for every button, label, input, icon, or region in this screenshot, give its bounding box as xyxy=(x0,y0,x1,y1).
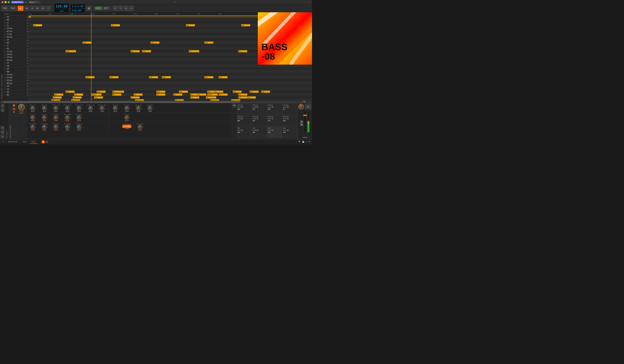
track-row-cb[interactable] xyxy=(29,70,312,73)
maximize-button[interactable] xyxy=(8,1,10,3)
track-row-sd[interactable]: C1C1C#1C1C#1C1C1C#1C1 xyxy=(29,96,312,99)
quantize-up[interactable]: ⊞ xyxy=(86,6,92,11)
note-block[interactable]: C1 xyxy=(231,99,240,101)
note-block[interactable]: E2 xyxy=(189,50,198,52)
mc-tuning-knob[interactable] xyxy=(65,115,70,120)
note-block[interactable]: D1 xyxy=(197,93,206,96)
note-block[interactable]: D#1 xyxy=(261,91,270,93)
sd-acc-s[interactable]: S xyxy=(254,118,256,119)
cb-acc-s[interactable]: S xyxy=(270,106,271,108)
note-block[interactable]: C#1 xyxy=(209,93,218,96)
grid-quantize[interactable]: 1/16 xyxy=(301,100,307,103)
cy-tone-knob[interactable] xyxy=(125,115,129,120)
ch-s[interactable]: S xyxy=(270,129,271,131)
close-button[interactable] xyxy=(1,1,4,3)
cy-long-button[interactable]: CY Long xyxy=(122,125,131,128)
note-block[interactable]: D3 xyxy=(33,24,42,26)
instrument-icon[interactable]: 🎵 xyxy=(1,104,4,108)
track-row-ma[interactable]: G#1G#1G#1G#1G#1G#1 xyxy=(29,76,312,79)
ma-acc-play[interactable]: ▶ xyxy=(237,106,239,108)
ch-level-knob[interactable] xyxy=(148,106,152,111)
note-block[interactable]: D3 xyxy=(186,24,195,26)
arrange-tab[interactable]: ARRANGE xyxy=(6,140,19,144)
note-block[interactable]: G#1 xyxy=(85,76,95,78)
note-block[interactable]: C1 xyxy=(73,96,82,98)
oh-level-knob[interactable] xyxy=(136,106,141,111)
ch-play[interactable]: ▶ xyxy=(268,129,269,131)
track-cursor-icon[interactable]: ↖ xyxy=(9,13,10,15)
bd-acc-m[interactable]: M xyxy=(241,118,243,119)
ht-tuning-knob[interactable] xyxy=(77,125,81,129)
overdub-button[interactable]: ⊕ xyxy=(40,6,45,11)
fader-handle[interactable] xyxy=(303,114,307,116)
scroll-left-icon[interactable]: ◀ xyxy=(1,101,2,103)
edit-tab[interactable]: EDIT xyxy=(30,140,37,144)
note-block[interactable]: E2 xyxy=(67,50,76,52)
fx-button[interactable]: FX xyxy=(305,104,311,109)
track-row-ch-acc[interactable] xyxy=(29,82,312,85)
note-block[interactable]: G#2 xyxy=(82,42,92,44)
sd-level-knob[interactable] xyxy=(42,106,47,111)
cb-acc-m[interactable]: M xyxy=(272,106,274,108)
edit-mode-button[interactable]: ⊞ xyxy=(42,140,45,143)
note-block[interactable]: G#2 xyxy=(151,42,159,44)
lc-tuning-knob[interactable] xyxy=(53,115,58,120)
note-block[interactable]: E2 xyxy=(238,50,247,52)
note-block[interactable]: D#1 xyxy=(97,91,106,93)
sd-level-minus[interactable]: − xyxy=(40,107,42,109)
note-block[interactable]: D#1 xyxy=(66,91,75,93)
settings-icon-2[interactable]: ⚙ xyxy=(309,141,310,143)
piano-roll-area[interactable]: 1.1 1.2 1.3 1.4 2.1 2.2 2.3 2.4 3.1 3.2 … xyxy=(29,12,312,101)
note-block[interactable]: C1 xyxy=(135,99,144,101)
redo-button[interactable]: ↪ xyxy=(118,6,123,11)
edit-button[interactable]: EDIT xyxy=(103,6,110,10)
cb-acc-play[interactable]: ▶ xyxy=(268,106,269,108)
delete-button[interactable]: ✕ xyxy=(129,6,134,11)
output-fader[interactable] xyxy=(304,111,307,133)
bd-tone-knob[interactable] xyxy=(30,115,35,120)
add-button[interactable]: ADD xyxy=(95,6,102,10)
cb-level-knob[interactable] xyxy=(113,106,118,111)
active-tab[interactable]: New 2 * ✕ xyxy=(28,0,40,4)
track-grid-icon[interactable]: ⊞ xyxy=(6,13,8,15)
expand-icon[interactable]: ⊕ xyxy=(1,130,4,134)
note-block[interactable]: G#1 xyxy=(109,76,119,78)
note-block[interactable]: C1 xyxy=(53,96,62,98)
ch-acc-s[interactable]: S xyxy=(270,118,271,119)
record-button[interactable]: ● xyxy=(30,6,34,11)
track-row-cy[interactable] xyxy=(29,67,312,70)
mt-tuning-knob[interactable] xyxy=(65,125,70,129)
lt-tuning-knob[interactable] xyxy=(53,125,58,129)
master-knob[interactable] xyxy=(298,104,304,109)
pattern-icon[interactable]: ⊞ xyxy=(233,104,236,107)
save-icon[interactable]: 💾 xyxy=(302,141,304,143)
sd-snappy-knob[interactable] xyxy=(42,125,47,129)
tab-close-icon[interactable]: ✕ xyxy=(37,1,38,3)
cy-acc-s[interactable]: S xyxy=(285,106,286,108)
bd-m[interactable]: M xyxy=(241,129,243,131)
oh-decay-knob[interactable] xyxy=(138,125,142,129)
sd-tone-knob[interactable] xyxy=(42,115,47,120)
copy-button[interactable]: ⧉ xyxy=(124,6,128,11)
export-icon[interactable]: ↗ xyxy=(306,141,307,143)
oh-acc-m[interactable]: M xyxy=(287,118,289,119)
cp-acc-play[interactable]: ▶ xyxy=(253,106,254,108)
cy-level-knob[interactable] xyxy=(125,106,129,111)
track-row-oh[interactable]: D#1D#1D#1E1D#1D#1D#1D#1D#1E1D#1 xyxy=(29,90,312,93)
note-block[interactable]: D3 xyxy=(241,24,250,26)
stop-button[interactable]: ■ xyxy=(24,6,29,11)
oh-acc-play[interactable]: ▶ xyxy=(283,118,284,119)
info-icon[interactable]: ⓘ xyxy=(2,141,4,143)
note-block[interactable]: C#1 xyxy=(94,96,103,98)
note-block[interactable]: C1 xyxy=(51,99,60,101)
note-block[interactable]: D#1 xyxy=(156,91,165,93)
oh-play[interactable]: ▶ xyxy=(283,129,284,131)
macp-level-knob[interactable] xyxy=(100,106,104,111)
track-row-cp[interactable] xyxy=(29,73,312,76)
scrollbar-bottom[interactable]: ◀ ▶ 1/16 ▲ ▼ xyxy=(0,101,312,103)
m-button[interactable]: M xyxy=(300,123,303,126)
power-led[interactable] xyxy=(13,104,15,107)
ch-acc-m[interactable]: M xyxy=(272,118,274,119)
note-block[interactable]: D1 xyxy=(156,93,165,96)
play-label-button[interactable]: PLAY xyxy=(9,6,17,11)
